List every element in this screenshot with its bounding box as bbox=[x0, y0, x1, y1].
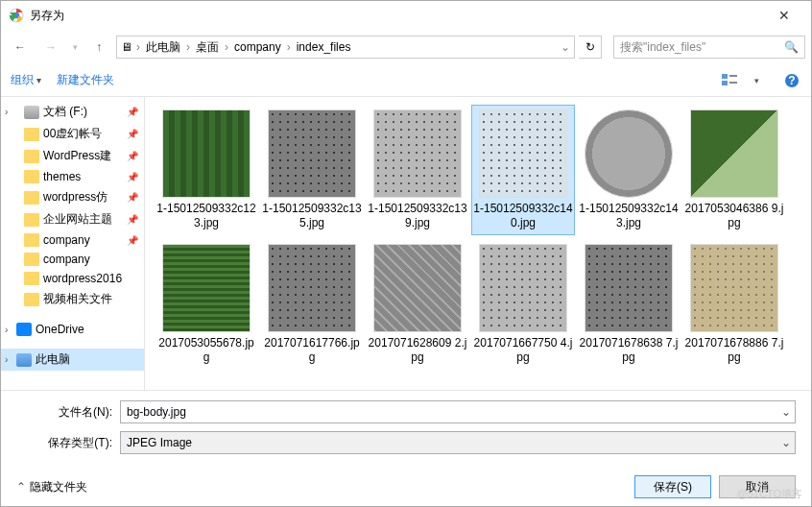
file-item[interactable]: 1-15012509332c135.jpg bbox=[260, 105, 364, 235]
sidebar-item[interactable]: wordpress2016 bbox=[1, 269, 144, 288]
watermark: @51CTO博客 bbox=[737, 487, 802, 501]
forward-button[interactable]: → bbox=[37, 36, 64, 59]
filename-input[interactable]: bg-body.jpg ⌄ bbox=[120, 400, 796, 423]
save-button[interactable]: 保存(S) bbox=[634, 475, 711, 498]
sidebar-item[interactable]: 00虚幻帐号📌 bbox=[1, 123, 144, 145]
file-name-label: 2017071678638 7.jpg bbox=[579, 336, 679, 365]
folder-icon bbox=[24, 128, 39, 141]
chevron-right-icon: › bbox=[186, 40, 190, 54]
thumbnail-image bbox=[268, 109, 356, 198]
search-icon: 🔍 bbox=[784, 40, 799, 54]
view-options-button[interactable] bbox=[720, 71, 739, 90]
chevron-right-icon: › bbox=[225, 40, 228, 54]
folder-icon bbox=[24, 293, 39, 306]
svg-rect-4 bbox=[729, 75, 737, 77]
pc-icon bbox=[16, 353, 32, 367]
file-name-label: 2017053055678.jpg bbox=[156, 336, 256, 365]
thumbnail-image bbox=[162, 244, 251, 332]
thumbnail-image bbox=[479, 109, 567, 198]
search-input[interactable]: 搜索"index_files" 🔍 bbox=[613, 36, 805, 59]
chevron-right-icon: › bbox=[5, 354, 8, 365]
chevron-down-icon[interactable]: ⌄ bbox=[781, 436, 791, 449]
file-name-label: 1-15012509332c123.jpg bbox=[156, 202, 256, 230]
close-button[interactable]: ✕ bbox=[765, 8, 803, 23]
address-bar[interactable]: 🖥 › 此电脑 › 桌面 › company › index_files ⌄ bbox=[116, 36, 575, 59]
sidebar-this-pc[interactable]: › 此电脑 bbox=[1, 349, 144, 371]
toolbar: 组织 新建文件夹 ▾ ? bbox=[1, 64, 811, 97]
pin-icon: 📌 bbox=[127, 192, 138, 203]
svg-rect-3 bbox=[722, 81, 728, 85]
hide-folders-link[interactable]: 隐藏文件夹 bbox=[30, 479, 87, 495]
file-item[interactable]: 2017071617766.jpg bbox=[260, 239, 364, 370]
file-name-label: 1-15012509332c139.jpg bbox=[368, 202, 467, 230]
breadcrumb-item[interactable]: index_files bbox=[295, 40, 353, 54]
sidebar-item-label: 00虚幻帐号 bbox=[43, 126, 102, 142]
file-item[interactable]: 2017053055678.jpg bbox=[155, 239, 258, 370]
chevron-right-icon: › bbox=[5, 107, 8, 117]
sidebar-item-label: themes bbox=[43, 170, 81, 183]
breadcrumb-item[interactable]: 此电脑 bbox=[144, 39, 182, 56]
file-item[interactable]: 2017071628609 2.jpg bbox=[366, 239, 469, 370]
pin-icon: 📌 bbox=[127, 214, 138, 225]
sidebar-item-label: 文档 (F:) bbox=[43, 104, 87, 120]
up-button[interactable]: ↑ bbox=[85, 36, 112, 59]
file-name-label: 1-15012509332c143.jpg bbox=[579, 202, 679, 230]
filetype-select[interactable]: JPEG Image ⌄ bbox=[120, 431, 796, 454]
sidebar-item-label: wordpress仿 bbox=[43, 189, 107, 205]
save-as-dialog: 另存为 ✕ ← → ▾ ↑ 🖥 › 此电脑 › 桌面 › company › i… bbox=[0, 0, 812, 507]
sidebar-item[interactable]: themes📌 bbox=[1, 167, 144, 186]
sidebar-item[interactable]: 视频相关文件 bbox=[1, 288, 144, 310]
folder-icon bbox=[24, 170, 39, 183]
file-item[interactable]: 1-15012509332c123.jpg bbox=[155, 105, 258, 235]
chevron-down-icon[interactable]: ⌄ bbox=[781, 405, 791, 419]
refresh-button[interactable]: ↻ bbox=[579, 36, 602, 59]
thumbnail-image bbox=[585, 109, 673, 198]
sidebar-item-label: company bbox=[43, 253, 90, 266]
sidebar-item[interactable]: company📌 bbox=[1, 230, 144, 250]
chevron-right-icon: › bbox=[287, 40, 291, 54]
file-name-label: 1-15012509332c140.jpg bbox=[473, 202, 573, 230]
new-folder-button[interactable]: 新建文件夹 bbox=[57, 72, 114, 88]
file-item[interactable]: 1-15012509332c143.jpg bbox=[577, 105, 681, 235]
svg-text:?: ? bbox=[788, 74, 795, 87]
navbar: ← → ▾ ↑ 🖥 › 此电脑 › 桌面 › company › index_f… bbox=[1, 30, 811, 64]
breadcrumb-item[interactable]: 桌面 bbox=[194, 39, 221, 56]
sidebar-item[interactable]: wordpress仿📌 bbox=[1, 186, 144, 208]
svg-rect-5 bbox=[729, 82, 737, 84]
file-item[interactable]: 2017053046386 9.jpg bbox=[682, 105, 786, 235]
file-item[interactable]: 2017071678886 7.jpg bbox=[682, 239, 786, 370]
file-item[interactable]: 2017071678638 7.jpg bbox=[577, 239, 681, 370]
titlebar: 另存为 ✕ bbox=[1, 1, 811, 30]
file-item[interactable]: 2017071667750 4.jpg bbox=[471, 239, 575, 370]
sidebar-onedrive[interactable]: › OneDrive bbox=[1, 320, 144, 339]
sidebar-item[interactable]: ›文档 (F:)📌 bbox=[1, 101, 144, 123]
file-name-label: 2017053046386 9.jpg bbox=[684, 202, 784, 230]
breadcrumb-item[interactable]: company bbox=[232, 40, 283, 54]
pin-icon: 📌 bbox=[127, 151, 138, 161]
file-item[interactable]: 1-15012509332c140.jpg bbox=[471, 105, 575, 235]
file-grid: 1-15012509332c123.jpg1-15012509332c135.j… bbox=[145, 97, 811, 390]
recent-dropdown-icon[interactable]: ▾ bbox=[68, 36, 82, 59]
chevron-down-icon[interactable]: ▾ bbox=[754, 76, 759, 85]
sidebar-item[interactable]: WordPress建📌 bbox=[1, 145, 144, 167]
back-button[interactable]: ← bbox=[7, 36, 34, 59]
drive-icon bbox=[24, 106, 39, 119]
file-item[interactable]: 1-15012509332c139.jpg bbox=[366, 105, 469, 235]
pc-icon: 🖥 bbox=[121, 40, 132, 54]
thumbnail-image bbox=[690, 244, 778, 332]
svg-rect-2 bbox=[722, 74, 728, 79]
sidebar-item-label: WordPress建 bbox=[43, 148, 111, 164]
organize-menu[interactable]: 组织 bbox=[11, 72, 41, 88]
thumbnail-image bbox=[373, 109, 462, 198]
file-name-label: 2017071667750 4.jpg bbox=[473, 336, 573, 365]
thumbnail-image bbox=[373, 244, 462, 332]
sidebar-item[interactable]: 企业网站主题📌 bbox=[1, 208, 144, 230]
sidebar-item[interactable]: company bbox=[1, 250, 144, 269]
folder-icon bbox=[24, 233, 39, 247]
pin-icon: 📌 bbox=[127, 172, 138, 182]
chevron-up-icon[interactable]: ⌃ bbox=[16, 480, 26, 494]
chevron-down-icon[interactable]: ⌄ bbox=[561, 40, 570, 54]
dialog-actions: ⌃ 隐藏文件夹 保存(S) 取消 bbox=[1, 468, 811, 506]
help-button[interactable]: ? bbox=[782, 71, 801, 90]
chevron-right-icon: › bbox=[5, 325, 8, 335]
